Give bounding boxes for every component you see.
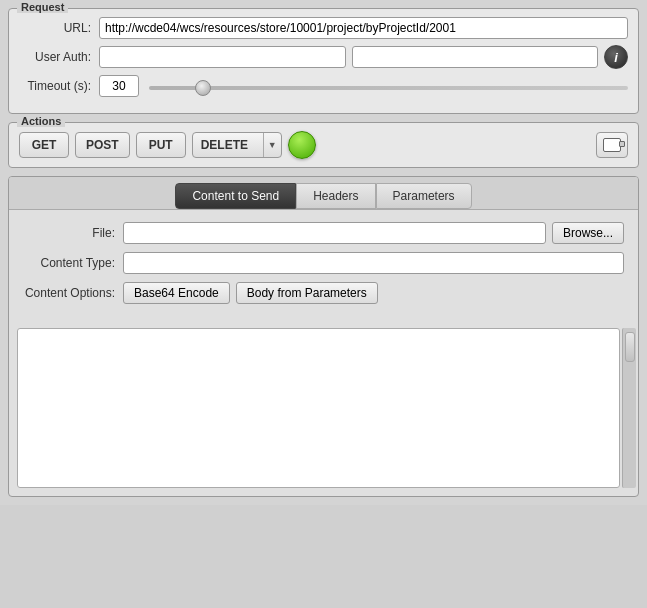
timeout-input[interactable]: [99, 75, 139, 97]
content-options-label: Content Options:: [23, 286, 123, 300]
main-container: Request URL: User Auth: i Timeout (s): A…: [0, 0, 647, 505]
body-from-parameters-button[interactable]: Body from Parameters: [236, 282, 378, 304]
timeout-label: Timeout (s):: [19, 79, 99, 93]
url-label: URL:: [19, 21, 99, 35]
actions-row: GET POST PUT DELETE PATCH OPTIONS HEAD ▼: [19, 131, 628, 159]
delete-select-wrapper[interactable]: DELETE PATCH OPTIONS HEAD ▼: [192, 132, 282, 158]
tab-bar: Content to Send Headers Parameters: [9, 177, 638, 210]
method-select[interactable]: DELETE PATCH OPTIONS HEAD: [193, 132, 263, 158]
post-button[interactable]: POST: [75, 132, 130, 158]
timeout-slider-wrapper: [149, 79, 628, 93]
content-body: File: Browse... Content Type: Content Op…: [9, 210, 638, 324]
execute-button[interactable]: [288, 131, 316, 159]
timeout-slider[interactable]: [149, 86, 628, 90]
user-auth-inputs: i: [99, 45, 628, 69]
url-row: URL:: [19, 17, 628, 39]
request-label: Request: [17, 1, 68, 13]
select-arrow-icon: ▼: [263, 133, 281, 157]
user-auth-row: User Auth: i: [19, 45, 628, 69]
tab-headers[interactable]: Headers: [296, 183, 375, 209]
content-type-label: Content Type:: [23, 256, 123, 270]
browse-button[interactable]: Browse...: [552, 222, 624, 244]
tab-parameters[interactable]: Parameters: [376, 183, 472, 209]
url-input[interactable]: [99, 17, 628, 39]
user-auth-input-2[interactable]: [352, 46, 599, 68]
content-panel: Content to Send Headers Parameters File:…: [8, 176, 639, 497]
file-input[interactable]: [123, 222, 546, 244]
base64-encode-button[interactable]: Base64 Encode: [123, 282, 230, 304]
user-auth-label: User Auth:: [19, 50, 99, 64]
scrollbar-thumb[interactable]: [625, 332, 635, 362]
vertical-scrollbar[interactable]: [622, 328, 636, 488]
actions-label: Actions: [17, 115, 65, 127]
content-type-row: Content Type:: [23, 252, 624, 274]
file-label: File:: [23, 226, 123, 240]
info-button[interactable]: i: [604, 45, 628, 69]
body-text-area-wrapper: [9, 324, 638, 496]
content-type-input[interactable]: [123, 252, 624, 274]
content-options-row: Content Options: Base64 Encode Body from…: [23, 282, 624, 304]
body-text-area[interactable]: [17, 328, 620, 488]
file-row: File: Browse...: [23, 222, 624, 244]
user-auth-input-1[interactable]: [99, 46, 346, 68]
toggle-panel-button[interactable]: [596, 132, 628, 158]
timeout-row: Timeout (s):: [19, 75, 628, 97]
request-section: Request URL: User Auth: i Timeout (s):: [8, 8, 639, 114]
put-button[interactable]: PUT: [136, 132, 186, 158]
toggle-icon: [603, 138, 621, 152]
tab-content-to-send[interactable]: Content to Send: [175, 183, 296, 209]
get-button[interactable]: GET: [19, 132, 69, 158]
actions-section: Actions GET POST PUT DELETE PATCH OPTION…: [8, 122, 639, 168]
